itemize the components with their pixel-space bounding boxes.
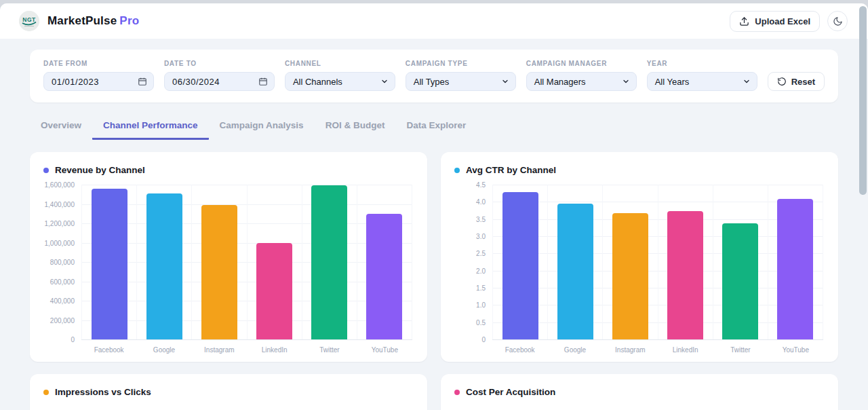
gridline [81, 339, 412, 340]
x-tick-label: LinkedIn [247, 339, 302, 354]
bar-slot [713, 185, 768, 339]
bars [81, 185, 412, 339]
y-tick-label: 0.5 [476, 318, 486, 326]
bar-instagram[interactable] [201, 205, 237, 339]
x-tick-label: Twitter [713, 339, 768, 354]
x-tick-label: Google [136, 339, 191, 354]
filter-bar: DATE FROM DATE TO CHANNEL [30, 50, 838, 102]
bar-slot [81, 185, 136, 339]
tab-data-explorer[interactable]: Data Explorer [395, 117, 477, 140]
x-tick-label: Facebook [492, 339, 547, 354]
filter-date-to: DATE TO [164, 60, 275, 91]
app-window: NGT MarketPulsePro Upload Excel [0, 3, 868, 410]
theme-toggle-button[interactable] [827, 11, 848, 31]
scrollbar-thumb[interactable] [859, 6, 867, 195]
upload-excel-button[interactable]: Upload Excel [730, 11, 820, 32]
channel-value: All Channels [293, 77, 342, 87]
y-tick-label: 200,000 [50, 316, 75, 324]
x-tick-label: Facebook [81, 339, 136, 354]
x-axis: FacebookGoogleInstagramLinkedInTwitterYo… [492, 339, 823, 354]
y-tick-label: 2.0 [476, 267, 486, 274]
legend-dot [454, 390, 460, 395]
bar-slot [191, 185, 246, 339]
date-from-input[interactable] [43, 72, 154, 91]
bar-chart: 1,600,0001,400,0001,200,0001,000,000800,… [43, 185, 414, 354]
brand-title: MarketPulsePro [47, 14, 139, 28]
chart-title-row: Revenue by Channel [43, 163, 414, 175]
year-select[interactable]: All Years [647, 72, 757, 91]
plot-area [81, 185, 412, 339]
chart-title: Impressions vs Clicks [55, 387, 151, 397]
calendar-icon[interactable] [258, 77, 268, 86]
bar-twitter[interactable] [722, 223, 758, 339]
tab-overview[interactable]: Overview [30, 117, 92, 140]
bar-youtube[interactable] [366, 214, 402, 339]
logo: NGT [19, 11, 39, 31]
reset-label: Reset [791, 77, 815, 87]
tab-channel-performance[interactable]: Channel Performance [92, 117, 209, 140]
tab-campaign-analysis[interactable]: Campaign Analysis [209, 117, 315, 140]
x-tick-label: Instagram [603, 339, 658, 354]
charts-row-bottom: Impressions vs Clicks Cost Per Acquisiti… [30, 374, 838, 410]
y-tick-label: 600,000 [50, 278, 75, 285]
year-label: YEAR [647, 60, 757, 67]
gridline [492, 339, 823, 340]
bar-facebook[interactable] [502, 192, 538, 339]
campaign-manager-select[interactable]: All Managers [526, 72, 637, 91]
bar-slot [136, 185, 191, 339]
y-tick-label: 800,000 [50, 259, 75, 266]
bar-youtube[interactable] [777, 199, 813, 339]
reset-button[interactable]: Reset [768, 72, 825, 91]
bar-linkedin[interactable] [667, 211, 703, 339]
x-axis: FacebookGoogleInstagramLinkedInTwitterYo… [81, 339, 412, 354]
date-from-value[interactable] [52, 77, 134, 87]
channel-select[interactable]: All Channels [285, 72, 395, 91]
date-to-input[interactable] [164, 72, 275, 91]
legend-dot [43, 390, 49, 395]
y-tick-label: 4.5 [476, 181, 486, 189]
upload-excel-label: Upload Excel [755, 16, 810, 26]
filter-campaign-type: CAMPAIGN TYPE All Types [406, 60, 516, 91]
brand-name: MarketPulse [47, 14, 117, 27]
bar-slot [658, 185, 713, 339]
bar-facebook[interactable] [92, 189, 127, 339]
y-tick-label: 1,200,000 [45, 220, 75, 227]
bar-twitter[interactable] [311, 185, 347, 339]
bar-google[interactable] [146, 193, 182, 339]
filter-channel: CHANNEL All Channels [285, 60, 395, 91]
y-tick-label: 3.0 [476, 232, 486, 240]
filter-year: YEAR All Years [647, 60, 757, 91]
filter-date-from: DATE FROM [43, 60, 154, 91]
year-value: All Years [655, 77, 690, 87]
legend-dot [43, 168, 49, 173]
x-tick-label: YouTube [357, 339, 412, 354]
bar-slot [768, 185, 823, 339]
bar-instagram[interactable] [612, 213, 648, 339]
campaign-type-select[interactable]: All Types [406, 72, 516, 91]
calendar-icon[interactable] [138, 77, 147, 86]
y-tick-label: 1.5 [476, 284, 486, 291]
legend-dot [454, 168, 460, 173]
y-tick-label: 1,000,000 [45, 239, 75, 246]
y-tick-label: 2.5 [476, 250, 486, 257]
bar-linkedin[interactable] [256, 243, 292, 340]
revenue-by-channel-card: Revenue by Channel 1,600,0001,400,0001,2… [30, 152, 427, 362]
chart-title-row: Avg CTR by Channel [454, 163, 825, 175]
date-to-value[interactable] [172, 77, 254, 87]
y-tick-label: 4.0 [476, 198, 486, 206]
chart-title-row: Impressions vs Clicks [43, 385, 414, 397]
bar-slot [247, 185, 302, 339]
reset-icon [777, 77, 787, 86]
y-tick-label: 0 [71, 336, 75, 343]
screen: NGT MarketPulsePro Upload Excel [0, 0, 868, 410]
bars [492, 185, 823, 339]
y-axis: 4.54.03.53.02.52.01.51.00.50 [454, 185, 492, 339]
impressions-vs-clicks-card: Impressions vs Clicks [30, 374, 427, 410]
campaign-manager-value: All Managers [534, 77, 586, 87]
scrollbar-track [859, 3, 868, 410]
charts-row-top: Revenue by Channel 1,600,0001,400,0001,2… [30, 152, 838, 362]
bar-google[interactable] [557, 204, 593, 339]
channel-label: CHANNEL [285, 60, 395, 67]
cost-per-acquisition-card: Cost Per Acquisition [441, 374, 838, 410]
tab-roi-budget[interactable]: ROI & Budget [315, 117, 396, 140]
